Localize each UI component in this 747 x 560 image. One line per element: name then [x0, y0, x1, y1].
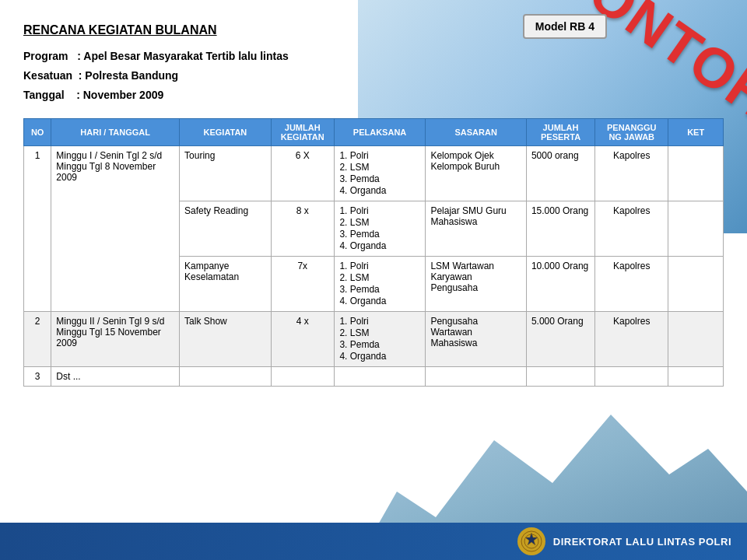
cell-kegiatan: Touring [180, 145, 272, 201]
cell-penanggung: Kapolres [595, 256, 668, 311]
cell-kegiatan: Talk Show [180, 311, 272, 366]
cell-jumlah: 6 X [271, 145, 334, 201]
cell-no: 3 [24, 366, 51, 386]
logo-area: DIREKTORAT LALU LINTAS POLRI [517, 527, 731, 555]
cell-peserta: 5.000 Orang [526, 311, 594, 366]
table-row: 3 Dst ... [24, 366, 724, 386]
cell-ket [668, 311, 724, 366]
cell-sasaran [426, 366, 526, 386]
cell-hari: Minggu II / Senin Tgl 9 s/d Minggu Tgl 1… [51, 311, 180, 366]
cell-sasaran: Pengusaha Wartawan Mahasiswa [426, 311, 526, 366]
cell-sasaran: Kelompok Ojek Kelompok Buruh [426, 145, 526, 201]
cell-no: 1 [24, 145, 51, 311]
police-logo [517, 527, 545, 555]
header-kegiatan: KEGIATAN [180, 118, 272, 145]
cell-peserta [526, 366, 594, 386]
cell-pelaksana: PolriLSMPemdaOrganda [334, 311, 426, 366]
cell-kegiatan [180, 366, 272, 386]
bottom-bar: DIREKTORAT LALU LINTAS POLRI [0, 523, 747, 560]
cell-peserta: 15.000 Orang [526, 201, 594, 256]
program-value: : Apel Besar Masyarakat Tertib lalu lint… [77, 50, 289, 62]
model-rb4-label: Model RB 4 [535, 20, 594, 33]
cell-peserta: 10.000 Orang [526, 256, 594, 311]
tanggal-label: Tanggal [23, 89, 65, 101]
cell-pelaksana: PolriLSMPemdaOrganda [334, 201, 426, 256]
police-logo-icon [521, 530, 542, 552]
cell-pelaksana: PolriLSMPemdaOrganda [334, 256, 426, 311]
cell-jumlah: 7x [271, 256, 334, 311]
cell-sasaran: LSM Wartawan Karyawan Pengusaha [426, 256, 526, 311]
cell-ket [668, 201, 724, 256]
cell-hari: Minggu I / Senin Tgl 2 s/d Minggu Tgl 8 … [51, 145, 180, 311]
table-row: 2 Minggu II / Senin Tgl 9 s/d Minggu Tgl… [24, 311, 724, 366]
cell-jumlah [271, 366, 334, 386]
cell-hari: Dst ... [51, 366, 180, 386]
cell-peserta: 5000 orang [526, 145, 594, 201]
program-label: Program [23, 50, 68, 62]
tanggal-value: : November 2009 [76, 89, 163, 101]
header-hari: HARI / TANGGAL [51, 118, 180, 145]
direktorat-text-group: DIREKTORAT LALU LINTAS POLRI [553, 536, 731, 548]
cell-penanggung: Kapolres [595, 311, 668, 366]
cell-jumlah: 8 x [271, 201, 334, 256]
cell-ket [668, 366, 724, 386]
direktorat-line1: DIREKTORAT LALU LINTAS POLRI [553, 536, 731, 548]
contoh-watermark-text: CONTOH [591, 0, 747, 131]
cell-jumlah: 4 x [271, 311, 334, 366]
contoh-watermark-container: CONTOH [591, 0, 747, 163]
header-pelaksana: PELAKSANA [334, 118, 426, 145]
table-body: 1 Minggu I / Senin Tgl 2 s/d Minggu Tgl … [24, 145, 724, 386]
cell-kegiatan: Kampanye Keselamatan [180, 256, 272, 311]
cell-pelaksana [334, 366, 426, 386]
header-jumlah-kegiatan: JUMLAH KEGIATAN [271, 118, 334, 145]
kesatuan-value: : Polresta Bandung [79, 69, 178, 82]
header-jumlah-peserta: JUMLAH PESERTA [526, 118, 594, 145]
kesatuan-label: Kesatuan [23, 69, 72, 82]
cell-ket [668, 256, 724, 311]
cell-penanggung: Kapolres [595, 201, 668, 256]
header-sasaran: SASARAN [426, 118, 526, 145]
cell-pelaksana: PolriLSMPemdaOrganda [334, 145, 426, 201]
cell-no: 2 [24, 311, 51, 366]
cell-sasaran: Pelajar SMU Guru Mahasiswa [426, 201, 526, 256]
cell-kegiatan: Safety Reading [180, 201, 272, 256]
header-no: NO [24, 118, 51, 145]
model-rb4-box: Model RB 4 [523, 14, 607, 39]
cell-penanggung [595, 366, 668, 386]
